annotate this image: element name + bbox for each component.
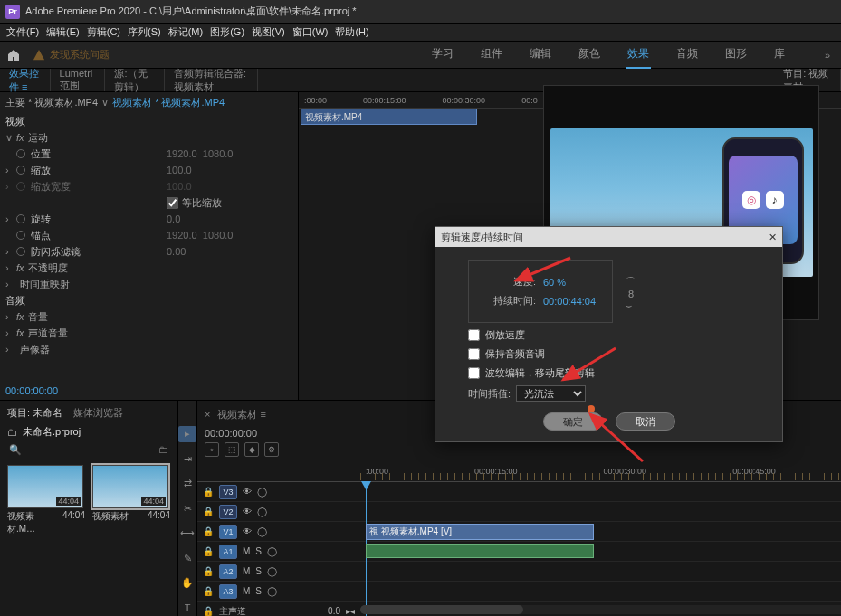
- pitch-checkbox[interactable]: [468, 348, 480, 360]
- fx-time-remap[interactable]: ›时间重映射: [0, 276, 298, 292]
- slip-tool[interactable]: ⟷: [178, 526, 196, 542]
- dialog-title-bar[interactable]: 剪辑速度/持续时间 ✕: [435, 227, 782, 247]
- menu-view[interactable]: 视图(V): [249, 25, 288, 39]
- window-title: Adobe Premiere Pro 2020 - C:\用户\Administ…: [25, 5, 357, 18]
- keyframe-toggle-icon[interactable]: [16, 149, 25, 158]
- effect-controls-panel: 主要 * 视频素材.MP4 ∨ 视频素材 * 视频素材.MP4 视频 ∨fx运动…: [0, 92, 299, 400]
- project-tab[interactable]: 项目: 未命名: [7, 406, 62, 420]
- tab-effects[interactable]: 效果: [626, 41, 651, 69]
- sequence-name[interactable]: 视频素材 ≡: [217, 408, 265, 422]
- pen-tool[interactable]: ✎: [178, 551, 196, 567]
- menu-edit[interactable]: 编辑(E): [43, 25, 82, 39]
- menu-sequence[interactable]: 序列(S): [125, 25, 164, 39]
- razor-tool[interactable]: ✂: [178, 501, 196, 517]
- track-a2[interactable]: 🔒A2MS◯: [197, 562, 841, 582]
- link-icon[interactable]: ⬚: [225, 442, 239, 457]
- ok-button[interactable]: 确定: [543, 412, 603, 431]
- fx-channel-volume[interactable]: ›fx声道音量: [0, 325, 298, 341]
- tab-editing[interactable]: 编辑: [528, 41, 553, 69]
- reverse-checkbox-row[interactable]: 倒放速度: [468, 328, 766, 342]
- track-select-tool[interactable]: ⇥: [178, 451, 196, 468]
- panel-tab-source[interactable]: 源:（无剪辑）: [105, 69, 165, 91]
- tab-learn[interactable]: 学习: [430, 41, 455, 69]
- section-video: 视频: [0, 113, 298, 129]
- prop-uniform[interactable]: 等比缩放: [0, 194, 298, 211]
- snap-icon[interactable]: ⭑: [205, 442, 219, 457]
- menu-graphics[interactable]: 图形(G): [207, 25, 247, 39]
- ec-sequence-link[interactable]: 视频素材 * 视频素材.MP4: [112, 96, 225, 109]
- menu-marker[interactable]: 标记(M): [166, 25, 206, 39]
- tab-assembly[interactable]: 组件: [479, 41, 504, 69]
- app-icon-2: ♪: [766, 191, 784, 209]
- track-a3[interactable]: 🔒A3MS◯: [197, 582, 841, 602]
- track-a1[interactable]: 🔒A1MS◯: [197, 542, 841, 562]
- bin-item-1[interactable]: 44:04 视频素材.M…44:04: [7, 465, 85, 535]
- ripple-checkbox-row[interactable]: 波纹编辑，移动尾部剪辑: [468, 366, 766, 380]
- system-warning[interactable]: 发现系统问题: [33, 48, 110, 62]
- duration-row: 持续时间: 00:00:44:04: [480, 294, 601, 308]
- speed-row: 速度: 60 %: [480, 275, 601, 289]
- prop-scale[interactable]: › 缩放 100.0: [0, 162, 298, 178]
- fx-opacity[interactable]: ›fx不透明度: [0, 260, 298, 276]
- project-toolbar: 🔍 🗀: [4, 442, 174, 458]
- workspace-bar: 发现系统问题 学习 组件 编辑 颜色 效果 音频 图形 库 »: [0, 42, 841, 69]
- home-icon[interactable]: [0, 42, 27, 69]
- track-v1[interactable]: 🔒V1👁◯ 視 视频素材.MP4 [V]: [197, 522, 841, 542]
- sequence-menu-icon[interactable]: ×: [205, 409, 210, 420]
- close-icon[interactable]: ✕: [769, 232, 777, 243]
- tab-libraries[interactable]: 库: [772, 41, 787, 69]
- overflow-menu-icon[interactable]: »: [814, 50, 841, 61]
- speed-input[interactable]: 60 %: [543, 277, 566, 288]
- bin-item-2[interactable]: 44:04 视频素材44:04: [92, 465, 170, 535]
- lock-icon[interactable]: 🔒: [203, 487, 214, 497]
- fx-motion[interactable]: ∨fx运动: [0, 129, 298, 146]
- link-speed-duration-icon[interactable]: ⌒ 8⌣: [626, 275, 636, 311]
- audio-clip[interactable]: [366, 544, 594, 558]
- selection-tool[interactable]: ▸: [178, 426, 196, 442]
- tab-color[interactable]: 颜色: [577, 41, 602, 69]
- menu-file[interactable]: 文件(F): [4, 25, 42, 39]
- track-v3[interactable]: 🔒V3👁◯: [197, 482, 841, 502]
- tracks: 🔒V3👁◯ 🔒V2👁◯ 🔒V1👁◯ 視 视频素材.MP4 [V] 🔒A1MS◯ …: [197, 482, 841, 616]
- panel-tab-effect-controls[interactable]: 效果控件 ≡: [0, 69, 51, 91]
- video-clip[interactable]: 視 视频素材.MP4 [V]: [366, 524, 594, 540]
- cancel-button[interactable]: 取消: [616, 412, 675, 431]
- hand-tool[interactable]: ✋: [178, 575, 196, 592]
- search-icon[interactable]: 🔍: [9, 444, 22, 456]
- interp-select[interactable]: 光流法: [516, 385, 586, 402]
- panel-tab-lumetri[interactable]: Lumetri 范围: [51, 69, 106, 91]
- track-v2[interactable]: 🔒V2👁◯: [197, 502, 841, 522]
- ec-master: 主要 * 视频素材.MP4: [5, 96, 98, 109]
- menu-window[interactable]: 窗口(W): [290, 25, 331, 39]
- settings-icon[interactable]: ⚙: [264, 442, 279, 457]
- prop-position[interactable]: 位置 1920.0 1080.0: [0, 146, 298, 162]
- fx-panner[interactable]: ›声像器: [0, 341, 298, 357]
- app-icon: Pr: [5, 5, 20, 19]
- marker-icon[interactable]: ◆: [244, 442, 259, 457]
- uniform-checkbox[interactable]: [167, 197, 178, 209]
- ripple-tool[interactable]: ⇄: [178, 476, 196, 492]
- tab-audio[interactable]: 音频: [674, 41, 700, 69]
- ripple-checkbox[interactable]: [468, 367, 480, 379]
- timeline-ruler[interactable]: :00:00 00:00:15:00 00:00:30:00 00:00:45:…: [197, 460, 841, 482]
- ec-clip[interactable]: 视频素材.MP4: [301, 109, 477, 125]
- menu-clip[interactable]: 剪辑(C): [84, 25, 123, 39]
- tab-graphics[interactable]: 图形: [723, 41, 749, 69]
- media-browser-tab[interactable]: 媒体浏览器: [73, 406, 123, 420]
- timeline-timecode[interactable]: 00:00:00:00: [205, 428, 257, 439]
- timeline-scrollbar[interactable]: [360, 605, 841, 614]
- reverse-checkbox[interactable]: [468, 329, 480, 341]
- fx-volume[interactable]: ›fx音量: [0, 308, 298, 325]
- prop-rotation[interactable]: › 旋转 0.0: [0, 211, 298, 227]
- warning-text: 发现系统问题: [50, 48, 110, 62]
- project-tabs: 项目: 未命名 媒体浏览器: [4, 404, 174, 422]
- panel-tab-mixer[interactable]: 音频剪辑混合器: 视频素材: [165, 69, 258, 91]
- duration-input[interactable]: 00:00:44:04: [543, 296, 596, 307]
- new-bin-icon[interactable]: 🗀: [158, 444, 168, 456]
- menu-help[interactable]: 帮助(H): [332, 25, 371, 39]
- prop-anchor[interactable]: 锚点 1920.0 1080.0: [0, 227, 298, 243]
- type-tool[interactable]: T: [178, 601, 196, 617]
- prop-antiflicker[interactable]: › 防闪烁滤镜 0.00: [0, 243, 298, 260]
- ec-timecode[interactable]: 00:00:00:00: [0, 382, 298, 400]
- pitch-checkbox-row[interactable]: 保持音频音调: [468, 347, 766, 361]
